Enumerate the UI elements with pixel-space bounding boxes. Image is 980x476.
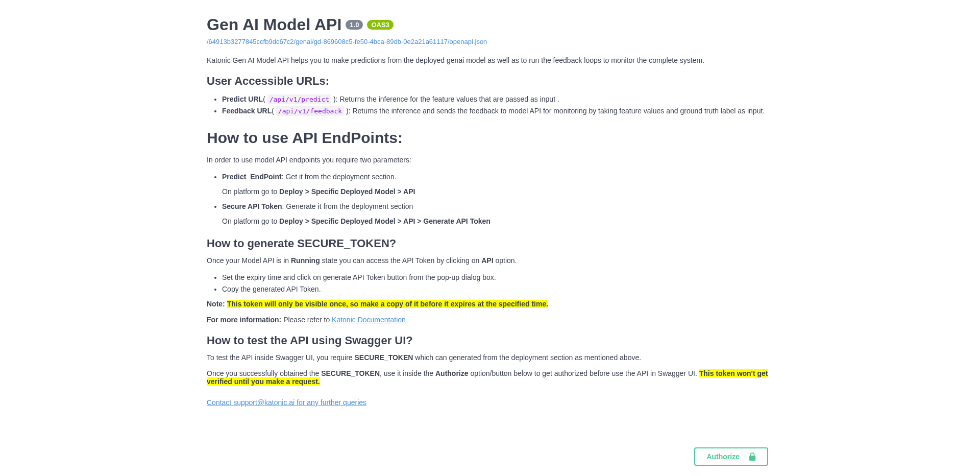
predict-url-item: Predict URL( /api/v1/predict ): Returns …: [222, 94, 773, 105]
predict-desc: ): Returns the inference for the feature…: [333, 95, 559, 103]
feedback-desc: ): Returns the inference and sends the f…: [346, 107, 765, 115]
token-tail: : Generate it from the deployment sectio…: [282, 202, 413, 210]
predict-ep-bold: Predict_EndPoint: [222, 173, 282, 181]
more-info-line: For more information: Please refer to Ka…: [207, 316, 773, 324]
token-bold: Secure API Token: [222, 202, 282, 210]
version-badge: 1.0: [346, 20, 363, 30]
predict-endpoint-item: Predict_EndPoint: Get it from the deploy…: [222, 172, 773, 197]
how-use-intro: In order to use model API endpoints you …: [207, 156, 773, 164]
description-block: Katonic Gen AI Model API helps you to ma…: [207, 56, 773, 407]
intro-text: Katonic Gen AI Model API helps you to ma…: [207, 56, 773, 64]
authorize-label: Authorize: [706, 453, 740, 461]
predict-ep-tail: : Get it from the deployment section.: [282, 173, 397, 181]
contact-link[interactable]: Contact support@katonic.ai for any furth…: [207, 398, 366, 407]
gen-step-1: Set the expiry time and click on generat…: [222, 272, 773, 283]
user-urls-heading: User Accessible URLs:: [207, 75, 773, 88]
swagger-heading: How to test the API using Swagger UI?: [207, 334, 773, 347]
oas-badge: OAS3: [367, 20, 393, 30]
lock-icon: [749, 453, 756, 461]
secure-token-item: Secure API Token: Generate it from the d…: [222, 201, 773, 227]
authorize-button[interactable]: Authorize: [694, 447, 768, 466]
feedback-label: Feedback URL: [222, 107, 272, 115]
docs-link[interactable]: Katonic Documentation: [332, 316, 406, 324]
predict-path: /api/v1/predict: [267, 94, 331, 104]
page-title: Gen AI Model API: [207, 15, 341, 34]
gen-step-2: Copy the generated API Token.: [222, 284, 773, 295]
predict-label: Predict URL: [222, 95, 263, 103]
predict-ep-nav: On platform go to Deploy > Specific Depl…: [222, 186, 773, 197]
svg-rect-0: [750, 456, 755, 460]
gen-token-heading: How to generate SECURE_TOKEN?: [207, 237, 773, 250]
api-header: Gen AI Model API 1.0 OAS3 /64913b3277845…: [207, 15, 773, 46]
token-nav: On platform go to Deploy > Specific Depl…: [222, 216, 773, 227]
feedback-path: /api/v1/feedback: [276, 106, 344, 116]
swagger-p1: To test the API inside Swagger UI, you r…: [207, 353, 773, 362]
note-line: Note: This token will only be visible on…: [207, 300, 773, 308]
how-use-heading: How to use API EndPoints:: [207, 129, 773, 147]
gen-token-sentence: Once your Model API is in Running state …: [207, 256, 773, 265]
feedback-url-item: Feedback URL( /api/v1/feedback ): Return…: [222, 106, 773, 116]
swagger-p2: Once you successfully obtained the SECUR…: [207, 369, 773, 386]
spec-url-link[interactable]: /64913b3277845ccfb9dc67c2/genai/gd-86960…: [207, 38, 487, 45]
